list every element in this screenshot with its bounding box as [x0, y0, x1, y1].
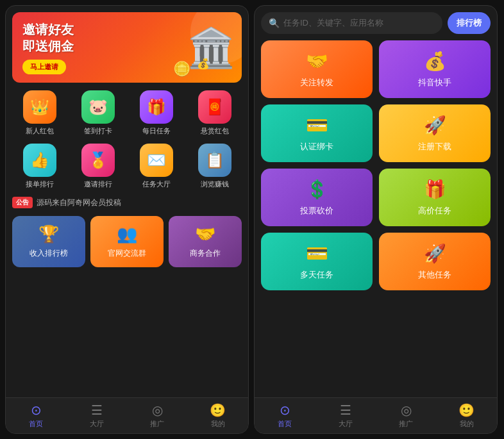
trophy-icon: 🏆 — [38, 224, 59, 244]
hall-icon-left: ☰ — [91, 402, 103, 418]
banner-text: 邀请好友 即送佣金 马上邀请 — [22, 21, 74, 74]
tab-home-label-left: 首页 — [29, 419, 43, 429]
category-register[interactable]: 🚀 注册下载 — [379, 104, 491, 162]
notice-bar: 公告 源码来自阿奇网会员投稿 — [12, 197, 242, 208]
card-community-label: 官网交流群 — [108, 248, 146, 259]
tab-promote-left[interactable]: ◎ 推广 — [127, 402, 188, 429]
card-community[interactable]: 👥 官网交流群 — [90, 216, 164, 267]
category-other[interactable]: 🚀 其他任务 — [379, 233, 491, 290]
left-content: 邀请好友 即送佣金 马上邀请 🏛️ 🪙 💰 👑 新人红包 🐷 签到打卡 — [6, 6, 248, 397]
tab-hall-left[interactable]: ☰ 大厅 — [67, 402, 128, 429]
banner[interactable]: 邀请好友 即送佣金 马上邀请 🏛️ 🪙 💰 — [12, 12, 242, 83]
tab-hall-label-left: 大厅 — [90, 419, 104, 429]
icon-box-new-red-packet: 👑 — [23, 90, 56, 124]
vote-icon: 💲 — [306, 179, 328, 200]
follow-icon: 🤝 — [306, 51, 328, 72]
rocket-icon: 🚀 — [424, 115, 446, 136]
icon-label-sign-in: 签到打卡 — [84, 126, 112, 136]
right-tab-bar: ⊙ 首页 ☰ 大厅 ◎ 推广 🙂 我的 — [255, 397, 497, 433]
search-placeholder: 任务ID、关键字、应用名称 — [283, 17, 383, 29]
hall-icon-right: ☰ — [340, 402, 351, 418]
icon-box-invite-rank: 🏅 — [81, 144, 115, 177]
tab-hall-label-right: 大厅 — [339, 419, 353, 429]
tab-home-label-right: 首页 — [278, 419, 292, 429]
banner-coin2: 💰 — [197, 58, 210, 70]
icon-box-task-hall: ✉️ — [140, 144, 173, 177]
icon-task-hall[interactable]: ✉️ 任务大厅 — [129, 144, 183, 189]
left-phone: 邀请好友 即送佣金 马上邀请 🏛️ 🪙 💰 👑 新人红包 🐷 签到打卡 — [5, 5, 249, 434]
icon-grid-row2: 👍 接单排行 🏅 邀请排行 ✉️ 任务大厅 📋 浏览赚钱 — [12, 144, 242, 189]
notice-tag: 公告 — [12, 197, 33, 208]
category-vote-label: 投票砍价 — [300, 205, 333, 217]
tab-promote-label-right: 推广 — [399, 419, 413, 429]
promote-icon-left: ◎ — [152, 402, 163, 418]
icon-label-daily-task: 每日任务 — [142, 126, 171, 136]
category-grid: 🤝 关注转发 💰 抖音快手 💳 认证绑卡 🚀 注册下载 💲 投 — [261, 40, 491, 290]
icon-sign-in[interactable]: 🐷 签到打卡 — [71, 90, 125, 136]
icon-box-order-rank: 👍 — [23, 144, 56, 177]
card-business-label: 商务合作 — [190, 248, 221, 259]
category-multiday[interactable]: 💳 多天任务 — [261, 233, 373, 290]
banner-title: 邀请好友 即送佣金 — [22, 21, 74, 54]
douyin-icon: 💰 — [424, 51, 446, 72]
handshake-icon: 🤝 — [195, 224, 215, 244]
icon-bounty-red-packet[interactable]: 🧧 悬赏红包 — [187, 90, 242, 136]
category-douyin-label: 抖音快手 — [418, 77, 451, 88]
category-high-value[interactable]: 🎁 高价任务 — [379, 169, 491, 226]
icon-box-daily-task: 🎁 — [140, 90, 173, 124]
card-income-rank-label: 收入排行榜 — [29, 248, 68, 259]
icon-label-bounty-red-packet: 悬赏红包 — [201, 126, 229, 136]
left-tab-bar: ⊙ 首页 ☰ 大厅 ◎ 推广 🙂 我的 — [6, 397, 248, 433]
banner-button[interactable]: 马上邀请 — [22, 60, 66, 74]
search-icon: 🔍 — [269, 18, 280, 28]
category-register-label: 注册下载 — [418, 141, 451, 153]
category-follow-label: 关注转发 — [300, 77, 333, 88]
icon-invite-rank[interactable]: 🏅 邀请排行 — [71, 144, 125, 189]
category-high-value-label: 高价任务 — [418, 205, 451, 217]
tab-home-right[interactable]: ⊙ 首页 — [255, 402, 315, 429]
icon-label-order-rank: 接单排行 — [26, 179, 54, 189]
tab-promote-label-left: 推广 — [150, 419, 164, 429]
tab-home-left[interactable]: ⊙ 首页 — [6, 402, 67, 429]
home-icon-left: ⊙ — [31, 402, 42, 418]
card-income-rank[interactable]: 🏆 收入排行榜 — [12, 216, 85, 267]
icon-new-red-packet[interactable]: 👑 新人红包 — [12, 90, 67, 136]
icon-box-sign-in: 🐷 — [81, 90, 115, 124]
promote-icon-right: ◎ — [401, 402, 412, 418]
tab-mine-label-right: 我的 — [460, 419, 474, 429]
bottom-cards: 🏆 收入排行榜 👥 官网交流群 🤝 商务合作 — [12, 216, 242, 267]
card-icon: 💳 — [306, 115, 328, 136]
home-icon-right: ⊙ — [280, 402, 290, 418]
icon-label-new-red-packet: 新人红包 — [26, 126, 54, 136]
banner-icon: 🏛️ — [187, 25, 235, 70]
icon-label-task-hall: 任务大厅 — [142, 179, 171, 189]
search-input-wrap[interactable]: 🔍 任务ID、关键字、应用名称 — [261, 12, 442, 34]
category-other-label: 其他任务 — [418, 269, 451, 281]
tab-hall-right[interactable]: ☰ 大厅 — [315, 402, 376, 429]
category-vote[interactable]: 💲 投票砍价 — [261, 169, 373, 226]
icon-box-browse-earn: 📋 — [198, 144, 231, 177]
search-bar: 🔍 任务ID、关键字、应用名称 排行榜 — [261, 12, 491, 34]
icon-daily-task[interactable]: 🎁 每日任务 — [129, 90, 183, 136]
tab-mine-right[interactable]: 🙂 我的 — [437, 402, 498, 429]
other-icon: 🚀 — [424, 243, 446, 264]
search-rank-button[interactable]: 排行榜 — [448, 12, 491, 34]
mine-icon-right: 🙂 — [458, 402, 475, 418]
icon-browse-earn[interactable]: 📋 浏览赚钱 — [187, 144, 242, 189]
category-follow-repost[interactable]: 🤝 关注转发 — [261, 40, 373, 98]
card-business[interactable]: 🤝 商务合作 — [169, 216, 242, 267]
category-bind-card[interactable]: 💳 认证绑卡 — [261, 104, 373, 162]
right-phone: 🔍 任务ID、关键字、应用名称 排行榜 🤝 关注转发 💰 抖音快手 💳 认证绑卡 — [254, 5, 498, 434]
icon-label-browse-earn: 浏览赚钱 — [201, 179, 229, 189]
banner-coin1: 🪙 — [173, 61, 190, 78]
tab-mine-left[interactable]: 🙂 我的 — [188, 402, 249, 429]
gift-icon: 🎁 — [424, 179, 446, 200]
icon-order-rank[interactable]: 👍 接单排行 — [12, 144, 67, 189]
tab-promote-right[interactable]: ◎ 推广 — [376, 402, 437, 429]
multiday-icon: 💳 — [306, 243, 328, 264]
icon-box-bounty-red-packet: 🧧 — [198, 90, 231, 124]
category-douyin[interactable]: 💰 抖音快手 — [379, 40, 491, 98]
mine-icon-left: 🙂 — [210, 402, 226, 418]
notice-text: 源码来自阿奇网会员投稿 — [37, 197, 121, 208]
tab-mine-label-left: 我的 — [211, 419, 225, 429]
